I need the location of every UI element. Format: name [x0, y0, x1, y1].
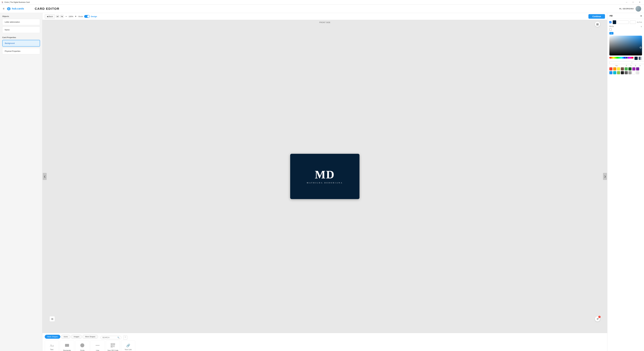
preset-transparent[interactable]	[636, 71, 639, 74]
fill-checkbox[interactable]	[609, 21, 612, 23]
preset-green[interactable]	[625, 67, 628, 71]
undo-button[interactable]: ↩	[56, 15, 59, 18]
shape-label-line: Line	[96, 349, 99, 351]
rgba-labels-row: Hex R G B A	[609, 65, 642, 67]
tab-images[interactable]: Images	[71, 335, 82, 339]
titlebar: 🃏 Circle | The Digital Business Card ─ □…	[0, 0, 644, 5]
r-field[interactable]: 5	[632, 61, 644, 64]
hex-input[interactable]: 051F37	[618, 21, 629, 24]
color-presets	[609, 67, 642, 74]
hamburger-menu[interactable]: ≡	[3, 7, 4, 10]
preset-light-green[interactable]	[617, 71, 620, 74]
svg-rect-13	[111, 346, 112, 347]
shapes-tabs-row: Basic Shapes Icons Images More Shapes 🔍 …	[45, 335, 605, 340]
svg-rect-15	[114, 346, 114, 346]
design-label: Design	[91, 16, 97, 18]
hex-field[interactable]: 051F37	[609, 61, 632, 64]
toolbar-right: Continue	[588, 14, 605, 19]
shape-item-link[interactable]: 🔗 Your Link	[121, 340, 135, 351]
frame-button[interactable]: ⊡	[50, 316, 55, 321]
fill-expand-icon[interactable]: ∨	[640, 15, 642, 17]
svg-rect-5	[65, 344, 69, 347]
shape-item-text[interactable]: Aa Text	[45, 340, 59, 351]
linear-button[interactable]: Li	[609, 32, 614, 35]
gradient-toggle[interactable]: ∨	[640, 25, 642, 28]
qr-shape-icon	[110, 343, 116, 348]
app-icon: 🃏	[1, 1, 4, 4]
svg-rect-11	[114, 344, 114, 345]
shape-item-circle[interactable]: Circle	[75, 340, 89, 351]
color-swatch[interactable]	[612, 20, 616, 24]
business-card[interactable]: MD MATHILDA DEDORIANA	[290, 154, 360, 199]
shape-item-rectangle[interactable]: Rectangle	[60, 340, 74, 351]
preset-brown[interactable]	[621, 67, 624, 71]
sidebar-item-letter-abbreviation[interactable]: Letter abbreviation	[2, 19, 40, 25]
preset-gray[interactable]	[628, 71, 632, 74]
continue-button[interactable]: Continue	[588, 14, 605, 19]
preset-black[interactable]	[621, 71, 624, 74]
expand-button[interactable]: ⌃	[123, 335, 127, 339]
search-input[interactable]	[102, 336, 116, 338]
close-button[interactable]: ✕	[636, 0, 643, 5]
canvas-side-buttons	[595, 22, 600, 27]
preset-orange[interactable]	[613, 67, 616, 71]
redo-button[interactable]: ↪	[60, 15, 64, 18]
mode-toggle: Mode Design	[78, 15, 97, 18]
tab-basic-shapes[interactable]: Basic Shapes	[45, 335, 60, 339]
fill-label: Fill	[610, 15, 612, 17]
fill-section: 051F37 100 ALPHA Fill Gr ∨ Li	[607, 19, 644, 76]
main-content: ◀ Back ↩ ↪ − 100% + Mode	[42, 13, 607, 351]
minimize-button[interactable]: ─	[623, 0, 630, 5]
header-left: ≡ h hub.cards CARD EDITOR	[3, 7, 60, 11]
titlebar-title: Circle | The Digital Business Card	[4, 1, 30, 3]
zoom-out-button[interactable]: −	[65, 15, 68, 18]
alpha-slider[interactable]	[639, 57, 642, 60]
shape-item-qr-code[interactable]: Your QR Code	[106, 340, 120, 351]
preset-blue[interactable]	[609, 71, 612, 74]
r-label: R	[624, 65, 628, 67]
color-gradient-picker[interactable]	[609, 36, 642, 56]
preset-red[interactable]	[609, 67, 612, 71]
color-row: 051F37 100 ALPHA	[609, 20, 642, 24]
user-greeting: HI, GEORGINA	[619, 8, 634, 10]
preset-white[interactable]	[632, 71, 635, 74]
alert-button[interactable]: ↺ !	[595, 316, 600, 321]
preset-dark-gray[interactable]	[625, 71, 628, 74]
mode-toggle-track[interactable]	[84, 15, 90, 18]
maximize-button[interactable]: □	[630, 0, 636, 5]
sidebar: Objects Letter abbreviation Name Card Pr…	[0, 13, 42, 351]
zoom-value: 100%	[68, 16, 73, 18]
gradient-bg	[609, 36, 642, 56]
nav-arrow-left[interactable]: ❮	[43, 173, 47, 180]
gradient-checkbox[interactable]	[609, 29, 612, 31]
rectangle-shape-icon	[64, 343, 70, 348]
current-color-preview	[634, 57, 638, 60]
preset-yellow[interactable]	[617, 67, 620, 71]
objects-title: Objects	[2, 15, 40, 18]
toolbar-left: ◀ Back ↩ ↪ − 100% + Mode	[45, 15, 97, 19]
preset-cyan[interactable]	[613, 71, 616, 74]
right-panel: Fill ∨ 051F37 100 ALPHA Fill Gr ∨	[607, 13, 644, 351]
search-icon: 🔍	[117, 336, 120, 338]
zoom-in-button[interactable]: +	[74, 15, 77, 18]
svg-rect-3	[596, 24, 598, 25]
alpha-input[interactable]: 100	[630, 21, 636, 24]
back-arrow-icon: ◀	[47, 16, 48, 18]
back-button[interactable]: ◀ Back	[45, 15, 55, 19]
card-monogram: MD	[315, 169, 335, 180]
shapes-search[interactable]: 🔍	[100, 336, 121, 339]
b-label: B	[634, 65, 638, 67]
preset-dark-green[interactable]	[628, 67, 632, 71]
shape-label-text: Text	[50, 348, 53, 350]
nav-arrow-right[interactable]: ❯	[603, 173, 607, 180]
sidebar-item-physical-properties[interactable]: Physical Properties	[2, 48, 40, 54]
sidebar-item-background[interactable]: Background	[2, 40, 40, 47]
sidebar-item-name[interactable]: Name	[2, 27, 40, 33]
tab-icons[interactable]: Icons	[61, 335, 70, 339]
layer-button[interactable]	[595, 22, 600, 27]
preset-violet[interactable]	[636, 67, 639, 71]
shape-item-line[interactable]: Line	[90, 340, 105, 351]
tab-more-shapes[interactable]: More Shapes	[82, 335, 98, 339]
hue-slider[interactable]	[609, 57, 634, 59]
preset-purple[interactable]	[632, 67, 635, 71]
